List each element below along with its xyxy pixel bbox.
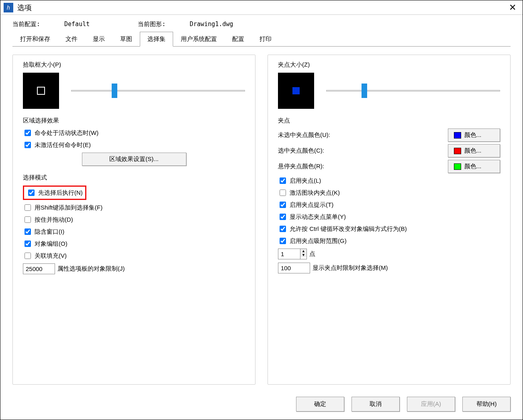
noun-verb-checkbox[interactable] (28, 190, 35, 196)
tab-draft[interactable]: 草图 (112, 32, 140, 47)
close-icon[interactable]: ✕ (506, 2, 519, 13)
slider-track (326, 90, 500, 92)
no-cmd-check[interactable]: 未激活任何命令时(E) (23, 141, 245, 149)
spinner-buttons[interactable]: ▲ ▼ (300, 249, 307, 259)
footer: 确定 取消 应用(A) 帮助(H) (0, 389, 523, 420)
press-drag-check[interactable]: 按住并拖动(D) (23, 215, 245, 224)
tab-print[interactable]: 打印 (252, 32, 279, 47)
help-button[interactable]: 帮助(H) (462, 397, 511, 412)
hover-color-button[interactable]: 颜色... (448, 160, 500, 173)
no-cmd-label: 未激活任何命令时(E) (35, 141, 91, 149)
implied-window-check[interactable]: 隐含窗口(I) (23, 227, 245, 236)
tab-open-save[interactable]: 打开和保存 (12, 32, 58, 47)
unselected-color-label: 未选中夹点颜色(U): (278, 131, 443, 139)
noun-verb-highlight: 先选择后执行(N) (23, 186, 86, 200)
pickbox-title: 拾取框大小(P) (23, 61, 245, 69)
apply-button[interactable]: 应用(A) (407, 397, 455, 412)
cmd-active-checkbox[interactable] (25, 130, 31, 136)
current-drawing-label: 当前图形: (138, 20, 165, 28)
left-panel: 拾取框大小(P) 区域选择效果 命令处于活动状态时(W) 未激 (12, 55, 255, 385)
color-btn-label: 颜色... (464, 131, 482, 139)
enable-tips-label: 启用夹点提示(T) (290, 201, 333, 209)
slider-track (71, 90, 245, 92)
press-drag-checkbox[interactable] (25, 216, 31, 223)
enable-tips-checkbox[interactable] (280, 202, 286, 208)
dynamic-menu-checkbox[interactable] (280, 214, 286, 220)
selected-color-button[interactable]: 颜色... (448, 144, 500, 157)
press-drag-label: 按住并拖动(D) (35, 216, 73, 224)
assoc-hatch-checkbox[interactable] (25, 253, 31, 259)
options-dialog: h 选项 ✕ 当前配置: Default 当前图形: Drawing1.dwg … (0, 0, 523, 420)
shift-add-label: 用Shift键添加到选择集(F) (35, 204, 102, 212)
grip-limit-input[interactable] (278, 263, 310, 273)
noun-verb-label: 先选择后执行(N) (38, 189, 83, 197)
object-group-checkbox[interactable] (25, 241, 31, 247)
current-drawing-value: Drawing1.dwg (190, 20, 233, 28)
spinner-down-icon[interactable]: ▼ (300, 253, 306, 257)
ctrl-cycle-check[interactable]: 允许按 Ctrl 键循环改变对象编辑方式行为(B) (278, 224, 500, 233)
info-row: 当前配置: Default 当前图形: Drawing1.dwg (0, 15, 523, 31)
object-group-check[interactable]: 对象编组(O) (23, 239, 245, 248)
area-effect-group: 区域选择效果 命令处于活动状态时(W) 未激活任何命令时(E) 区域效果设置(S… (23, 117, 245, 166)
ctrl-cycle-checkbox[interactable] (280, 226, 286, 232)
slider-thumb[interactable] (362, 84, 367, 98)
selected-color-label: 选中夹点颜色(C): (278, 147, 443, 155)
enable-snap-check[interactable]: 启用夹点吸附范围(G) (278, 237, 500, 245)
gripsize-group: 夹点大小(Z) (278, 61, 500, 109)
app-icon: h (4, 3, 13, 12)
ctrl-cycle-label: 允许按 Ctrl 键循环改变对象编辑方式行为(B) (290, 225, 407, 233)
spinner-up-icon[interactable]: ▲ (300, 249, 306, 253)
noun-verb-check[interactable]: 先选择后执行(N) (27, 188, 83, 197)
hover-color-label: 悬停夹点颜色(R): (278, 163, 443, 170)
snap-value-input[interactable] (278, 249, 300, 259)
area-settings-button[interactable]: 区域效果设置(S)... (82, 153, 186, 166)
area-effect-title: 区域选择效果 (23, 117, 245, 124)
pickbox-slider[interactable] (71, 85, 245, 97)
tab-selection[interactable]: 选择集 (140, 32, 173, 47)
right-panel: 夹点大小(Z) 夹点 未选中夹点颜色(U): 颜色... (268, 55, 511, 385)
cmd-active-check[interactable]: 命令处于活动状态时(W) (23, 128, 245, 137)
shift-add-checkbox[interactable] (25, 204, 31, 211)
tab-user-system[interactable]: 用户系统配置 (173, 32, 225, 47)
grip-limit-label: 显示夹点时限制对象选择(M) (313, 264, 388, 272)
gripsize-title: 夹点大小(Z) (278, 61, 500, 69)
enable-grips-check[interactable]: 启用夹点(L) (278, 176, 500, 185)
snap-spinner[interactable]: ▲ ▼ (278, 249, 307, 259)
enable-block-checkbox[interactable] (280, 190, 286, 196)
window-title: 选项 (17, 3, 506, 12)
prop-limit-input[interactable] (23, 263, 55, 274)
tabs: 打开和保存 文件 显示 草图 选择集 用户系统配置 配置 打印 (12, 31, 511, 47)
enable-grips-checkbox[interactable] (280, 177, 286, 184)
assoc-hatch-label: 关联填充(V) (35, 252, 67, 260)
slider-thumb[interactable] (112, 84, 117, 98)
gripsize-slider[interactable] (326, 85, 500, 97)
color-btn-label: 颜色... (464, 147, 482, 155)
titlebar: h 选项 ✕ (0, 0, 523, 15)
enable-block-check[interactable]: 激活图块内夹点(K) (278, 188, 500, 197)
color-btn-label: 颜色... (464, 163, 482, 170)
pickbox-group: 拾取框大小(P) (23, 61, 245, 109)
no-cmd-checkbox[interactable] (25, 142, 31, 148)
selected-color-swatch (454, 148, 461, 154)
tab-file[interactable]: 文件 (58, 32, 85, 47)
tab-profiles[interactable]: 配置 (225, 32, 252, 47)
tab-display[interactable]: 显示 (85, 32, 112, 47)
hover-color-swatch (454, 163, 461, 170)
implied-window-checkbox[interactable] (25, 228, 31, 235)
shift-add-check[interactable]: 用Shift键添加到选择集(F) (23, 203, 245, 212)
enable-tips-check[interactable]: 启用夹点提示(T) (278, 200, 500, 209)
selection-mode-title: 选择模式 (23, 174, 245, 181)
enable-snap-checkbox[interactable] (280, 238, 286, 244)
hover-color-row: 悬停夹点颜色(R): 颜色... (278, 160, 500, 173)
prop-limit-row: 属性选项板的对象限制(J) (23, 263, 245, 274)
grip-preview (278, 73, 314, 109)
unselected-color-button[interactable]: 颜色... (448, 128, 500, 142)
assoc-hatch-check[interactable]: 关联填充(V) (23, 251, 245, 260)
cancel-button[interactable]: 取消 (351, 397, 400, 412)
ok-button[interactable]: 确定 (296, 397, 344, 412)
dynamic-menu-check[interactable]: 显示动态夹点菜单(Y) (278, 212, 500, 221)
grips-group: 夹点 未选中夹点颜色(U): 颜色... 选中夹点颜色(C): 颜色... (278, 117, 500, 277)
grips-title: 夹点 (278, 117, 500, 124)
object-group-label: 对象编组(O) (35, 240, 67, 248)
implied-window-label: 隐含窗口(I) (35, 228, 64, 236)
